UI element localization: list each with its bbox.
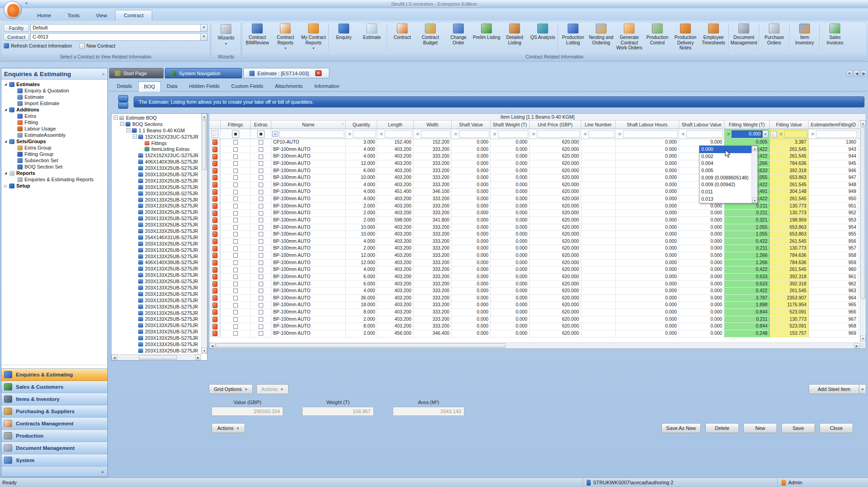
fittings-checkbox[interactable] bbox=[233, 296, 238, 300]
boq-node-203x133x25ub-s275jr[interactable]: 203X133X25UB-S275JR bbox=[112, 297, 201, 304]
grid-row[interactable]: BP-100mm AUTO2.000403.200333.2000.0000.0… bbox=[209, 245, 866, 252]
contract-button[interactable]: Contract bbox=[388, 23, 416, 53]
grid-vertical-scrollbar[interactable]: ▲ ▼ bbox=[860, 121, 866, 342]
contract-combobox[interactable]: C-0013 ▼ bbox=[30, 33, 207, 41]
boq-node-1-1-beams-0-40-kgm[interactable]: −1.1 Beams 0-40 KGM bbox=[112, 127, 201, 134]
grid-row[interactable]: BP-100mm AUTO4.000403.200333.2000.0000.0… bbox=[209, 288, 866, 295]
column-header-width[interactable]: Width bbox=[414, 121, 452, 129]
chevron-down-icon[interactable]: ▼ bbox=[200, 34, 207, 40]
sub-tab-hidden-fields[interactable]: Hidden Fields bbox=[183, 81, 225, 91]
fittings-checkbox[interactable] bbox=[233, 253, 238, 258]
sidebar-item-sets-groups[interactable]: ◢Sets/Groups bbox=[3, 138, 107, 145]
grid-row[interactable]: BP-100mm AUTO12.000403.200333.2000.0000.… bbox=[209, 260, 866, 267]
boq-node-203x133x25ub-s275jr[interactable]: 203X133X25UB-S275JR bbox=[112, 190, 201, 197]
equals-filter-icon[interactable]: = bbox=[378, 131, 385, 137]
column-header-shaft-labour-hours[interactable]: Shaft Labour Hours bbox=[616, 121, 679, 129]
fittings-checkbox[interactable] bbox=[233, 268, 238, 272]
application-menu-icon[interactable] bbox=[4, 1, 22, 19]
sidebar-item-enquiry-quotation[interactable]: Enquiry & Quotation bbox=[3, 87, 107, 94]
nav-button-items-inventory[interactable]: Items & Inventory bbox=[1, 393, 107, 405]
column-header-fitting-weight-t[interactable]: Fitting Weight (T) bbox=[724, 121, 770, 129]
grid-row[interactable]: BP-100mm AUTO4.000451.400346.1000.0000.0… bbox=[209, 188, 866, 196]
expander-icon[interactable]: ◢ bbox=[3, 140, 8, 143]
close-button[interactable]: Close bbox=[820, 423, 853, 433]
nav-button-document-management[interactable]: Document Management bbox=[1, 442, 107, 454]
boq-node-254x146x31ub-s275jr[interactable]: 254X146X31UB-S275JR bbox=[112, 234, 201, 241]
fittings-checkbox[interactable] bbox=[233, 175, 238, 180]
column-header-shaft-value[interactable]: Shaft Value bbox=[452, 121, 491, 129]
fittings-checkbox[interactable] bbox=[233, 147, 238, 152]
boq-node-152x152x23uc-s275jr[interactable]: −152X152X23UC-S275JR bbox=[112, 134, 201, 140]
sub-tab-custom-fields[interactable]: Custom Fields bbox=[226, 81, 269, 91]
clear-filter-icon[interactable] bbox=[211, 130, 218, 138]
grid-row[interactable]: BP-100mm AUTO2.000403.200333.2000.0000.0… bbox=[209, 203, 866, 210]
filter-input-length[interactable] bbox=[385, 130, 412, 138]
sidebar-item-estimate[interactable]: Estimate bbox=[3, 94, 107, 100]
grid-row[interactable]: BP-100mm AUTO10.000403.200333.2000.0000.… bbox=[209, 224, 866, 231]
detailed-listing-button[interactable]: Detailed Listing bbox=[501, 23, 529, 53]
nav-button-enquiries-estimating[interactable]: Enquiries & Estimating bbox=[1, 369, 107, 381]
ribbon-tab-tools[interactable]: Tools bbox=[59, 10, 88, 21]
extras-checkbox[interactable] bbox=[259, 253, 263, 258]
filter-type-icon[interactable] bbox=[771, 131, 777, 137]
filter-input-shaft-value[interactable] bbox=[459, 130, 489, 138]
dropdown-option[interactable]: 0.013 bbox=[699, 196, 757, 203]
extras-checkbox[interactable] bbox=[259, 260, 263, 265]
equals-filter-icon[interactable]: = bbox=[347, 131, 353, 137]
title-bar[interactable]: StruM.I.S evolution - Enterprise Edition bbox=[0, 0, 868, 8]
expander-icon[interactable]: ▷ bbox=[3, 184, 8, 188]
extras-checkbox[interactable] bbox=[259, 317, 263, 322]
boq-node-boq-sections[interactable]: −BOQ Sections bbox=[112, 121, 201, 127]
extras-checkbox[interactable] bbox=[259, 282, 263, 286]
filter-input-shaft-labour-hours[interactable] bbox=[623, 130, 678, 138]
scroll-down-icon[interactable]: ▼ bbox=[860, 336, 866, 342]
item-inventory-button[interactable]: Item Inventory bbox=[791, 23, 819, 53]
boq-node-152x152x23uc-s275jr[interactable]: 152X152X23UC-S275JR bbox=[112, 152, 201, 159]
extras-checkbox[interactable] bbox=[259, 268, 263, 272]
collapse-node-icon[interactable]: − bbox=[114, 116, 118, 120]
expander-icon[interactable]: ◢ bbox=[3, 82, 8, 86]
dropdown-option[interactable]: 0.002 bbox=[699, 153, 757, 160]
not-equal-filter-icon[interactable]: ≠ bbox=[725, 131, 732, 137]
enquiry-button[interactable]: Enquiry bbox=[330, 23, 358, 53]
extras-checkbox[interactable] bbox=[259, 140, 263, 145]
sidebar-item-reports[interactable]: ◢Reports bbox=[3, 170, 107, 176]
extras-checkbox[interactable] bbox=[259, 190, 263, 194]
boq-node-203x133x25ub-s275jr[interactable]: 203X133X25UB-S275JR bbox=[112, 209, 201, 215]
fitting-weight-filter-value[interactable]: 0.000 bbox=[732, 130, 762, 138]
facility-combobox[interactable]: Default ▼ bbox=[30, 24, 207, 32]
equals-filter-icon[interactable]: = bbox=[415, 131, 421, 137]
grid-row[interactable]: BP-100mm AUTO2.000598.000341.8000.0000.0… bbox=[209, 217, 866, 224]
boq-node-203x133x25ub-s275jr[interactable]: 203X133X25UB-S275JR bbox=[112, 265, 201, 272]
nav-button-contracts-management[interactable]: Contracts Management bbox=[1, 418, 107, 430]
boq-tree-vertical-scrollbar[interactable]: ▲ ▼ bbox=[201, 114, 207, 354]
sub-tab-details[interactable]: Details bbox=[111, 81, 138, 91]
sidebar-splitter[interactable] bbox=[2, 365, 106, 368]
refresh-contract-link[interactable]: Refresh Contract Information bbox=[4, 43, 72, 48]
grid-row[interactable]: BP-100mm AUTO4.000403.200333.2000.0000.0… bbox=[209, 196, 866, 203]
boq-tree-horizontal-scrollbar[interactable]: ◀ ▶ bbox=[111, 354, 201, 360]
close-tab-icon[interactable]: ✕ bbox=[315, 70, 322, 76]
extras-checkbox[interactable] bbox=[259, 175, 263, 180]
tab-list-icon[interactable]: ▼ bbox=[846, 70, 853, 77]
extras-checkbox[interactable] bbox=[259, 310, 263, 314]
delete-button[interactable]: Delete bbox=[705, 423, 739, 433]
boq-node-203x133x25ub-s275jr[interactable]: 203X133X25UB-S275JR bbox=[112, 247, 201, 253]
filter-input-quantity[interactable] bbox=[353, 130, 376, 138]
filter-input-line-number[interactable] bbox=[588, 130, 614, 138]
fittings-checkbox[interactable] bbox=[233, 218, 238, 222]
fittings-checkbox[interactable] bbox=[233, 275, 238, 279]
sidebar-item-extra-group[interactable]: Extra Group bbox=[3, 145, 107, 151]
dropdown-option[interactable]: 0.009 (0.0088605148) bbox=[699, 174, 757, 182]
fittings-checkbox[interactable] bbox=[233, 169, 238, 173]
qs-analysis-button[interactable]: QS Analysis bbox=[529, 23, 557, 53]
grid-row[interactable]: BP-100mm AUTO8.000403.200333.2000.0000.0… bbox=[209, 309, 866, 316]
equals-filter-icon[interactable]: = bbox=[810, 131, 816, 137]
column-header-shaft-weight-t[interactable]: Shaft Weight (T) bbox=[491, 121, 530, 129]
fittings-checkbox[interactable] bbox=[233, 190, 238, 194]
grid-row[interactable]: BP-100mm AUTO10.000403.200333.2000.0000.… bbox=[209, 174, 866, 182]
scroll-right-icon[interactable]: ▶ bbox=[854, 343, 860, 348]
dropdown-option[interactable]: 0.009 (0.00942) bbox=[699, 181, 757, 188]
collapse-node-icon[interactable]: − bbox=[120, 122, 124, 126]
nav-button-system[interactable]: System bbox=[1, 454, 107, 467]
